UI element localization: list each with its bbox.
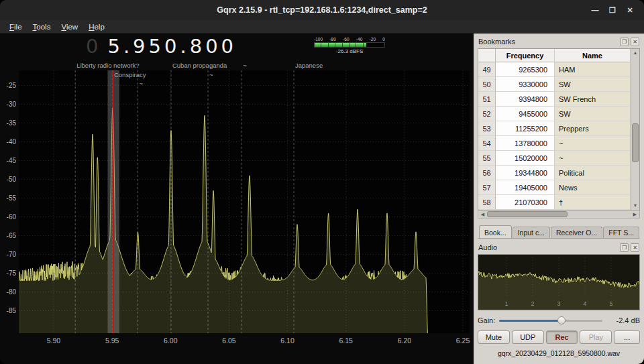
bookmarks-close-icon[interactable]: ✕ [631, 38, 639, 46]
bookmark-row[interactable]: 5821070300† [478, 195, 631, 210]
window-controls: — ❐ ✕ [586, 0, 639, 20]
bookmarks-col-name[interactable]: Name [555, 49, 631, 62]
menu-file[interactable]: File [4, 21, 28, 32]
x-axis-label: 6.20 [398, 337, 411, 345]
tab-book[interactable]: Book... [479, 225, 512, 238]
gain-slider-fill [499, 320, 561, 322]
bookmark-frequency: 9265300 [496, 62, 555, 77]
scroll-right-icon[interactable]: ▶ [631, 210, 639, 218]
bookmark-row-number: 49 [478, 62, 496, 77]
bookmark-tag[interactable]: ~ [243, 62, 247, 69]
bookmark-row[interactable]: 509330000SW [478, 77, 631, 92]
audio-buttons: MuteUDPRecPlay... [478, 330, 640, 344]
y-axis-label: -85 [0, 307, 16, 314]
spectrum-panel: 05.950.800 -100-80-60-40-200 -26.3 dBFS … [0, 34, 474, 364]
meter-scale-label: 0 [382, 37, 385, 42]
maximize-icon[interactable]: ❐ [604, 6, 621, 15]
y-axis-label: -55 [0, 194, 16, 202]
audio-float-icon[interactable]: ❐ [620, 243, 629, 252]
meter-fill [315, 43, 366, 47]
bookmark-name: ~ [555, 136, 631, 151]
bookmark-tag[interactable]: Liberty radio network? [76, 62, 139, 69]
audio-close-icon[interactable]: ✕ [631, 243, 639, 252]
tab-receivero[interactable]: Receiver O... [551, 227, 602, 238]
bookmark-row[interactable]: 5515020000~ [478, 151, 631, 166]
x-axis-label: 6.25 [456, 337, 470, 345]
bookmark-row[interactable]: 519394800SW French [478, 92, 631, 107]
bookmark-row-number: 51 [478, 92, 496, 107]
y-axis-label: -75 [0, 269, 16, 277]
bookmark-row[interactable]: 529455000SW [478, 107, 631, 121]
bookmark-tag[interactable]: ~ [209, 71, 213, 78]
bookmark-name: Preppers [555, 121, 631, 136]
bookmarks-col-frequency[interactable]: Frequency [496, 49, 555, 62]
more-button[interactable]: ... [614, 330, 640, 344]
bookmark-row[interactable]: 5311255200Preppers [478, 121, 631, 136]
y-axis-label: -40 [0, 138, 16, 145]
y-axis-label: -80 [0, 288, 16, 296]
y-axis-label: -25 [0, 82, 16, 89]
audio-spectrum: 12345 [478, 254, 640, 310]
bookmarks-table-header: Frequency Name [478, 49, 631, 62]
dock-tabs: Book...Input c...Receiver O...FFT S... [478, 224, 640, 239]
bookmark-row[interactable]: 5413780000~ [478, 136, 631, 151]
bookmark-tag[interactable]: Japanese [295, 62, 323, 69]
bookmark-row-number: 55 [478, 151, 496, 166]
signal-meter: -100-80-60-40-200 -26.3 dBFS [314, 37, 385, 54]
rec-button[interactable]: Rec [546, 330, 578, 344]
meter-scale: -100-80-60-40-200 [314, 37, 385, 42]
scroll-left-icon[interactable]: ◀ [478, 210, 487, 218]
vertical-scrollbar-thumb[interactable] [632, 123, 639, 162]
bookmark-tag[interactable]: Cuban propaganda [172, 62, 227, 69]
menu-view[interactable]: View [56, 21, 83, 32]
meter-scale-label: -80 [329, 37, 335, 42]
meter-scale-label: -40 [356, 37, 362, 42]
horizontal-scrollbar[interactable]: ◀ ▶ [478, 210, 640, 219]
horizontal-scrollbar-thumb[interactable] [487, 211, 568, 217]
bookmark-row-number: 58 [478, 195, 496, 210]
meter-scale-label: -100 [314, 37, 323, 42]
menu-tools[interactable]: Tools [28, 21, 56, 32]
bookmark-tag[interactable]: Conspiracy [114, 71, 146, 78]
mute-button[interactable]: Mute [478, 330, 510, 344]
meter-scale-label: -60 [343, 37, 349, 42]
minimize-icon[interactable]: — [586, 6, 604, 14]
x-axis-label: 6.05 [222, 337, 235, 345]
bookmark-name: SW [555, 107, 631, 121]
bookmark-row[interactable]: 499265300HAM [478, 62, 631, 77]
tab-inputc[interactable]: Input c... [513, 227, 550, 238]
bookmark-frequency: 9330000 [496, 77, 555, 92]
scroll-down-icon[interactable]: ▼ [631, 202, 639, 210]
vertical-scrollbar[interactable]: ▲ ▼ [631, 49, 639, 210]
control-panel: Bookmarks ❐ ✕ Frequency Name 499265300HA… [474, 34, 644, 364]
bookmark-tag[interactable]: ~ [139, 80, 143, 87]
gain-slider-handle[interactable] [557, 316, 566, 324]
gain-label: Gain: [478, 316, 495, 324]
udp-button[interactable]: UDP [512, 330, 544, 344]
y-axis-label: -70 [0, 251, 16, 258]
bookmark-row[interactable]: 5719405000News [478, 180, 631, 195]
x-axis-label: 6.15 [339, 337, 353, 345]
window-title: Gqrx 2.15.9 - rtl_tcp=192.168.1.6:1234,d… [217, 5, 427, 15]
x-axis-label: 5.95 [105, 337, 119, 345]
bookmark-row[interactable]: 5619344800Political [478, 166, 631, 180]
bookmark-row-number: 50 [478, 77, 496, 92]
bookmark-name: SW French [555, 92, 631, 107]
frequency-display[interactable]: 05.950.800 [86, 35, 237, 58]
gain-slider[interactable] [499, 316, 602, 325]
bookmark-name: HAM [555, 62, 631, 77]
bookmark-name: SW [555, 77, 631, 92]
bookmark-frequency: 11255200 [496, 121, 555, 136]
titlebar[interactable]: Gqrx 2.15.9 - rtl_tcp=192.168.1.6:1234,d… [0, 0, 644, 20]
bookmarks-float-icon[interactable]: ❐ [620, 38, 629, 46]
menu-help[interactable]: Help [83, 21, 110, 32]
audio-title: Audio [478, 243, 497, 251]
y-axis-label: -30 [0, 101, 16, 108]
bookmarks-table: Frequency Name 499265300HAM509330000SW51… [478, 48, 640, 210]
y-axis-label: -60 [0, 213, 16, 221]
close-icon[interactable]: ✕ [621, 6, 639, 15]
bookmark-row-number: 54 [478, 136, 496, 151]
spectrum-plot[interactable] [19, 70, 470, 333]
tab-ffts[interactable]: FFT S... [603, 227, 639, 238]
scroll-up-icon[interactable]: ▲ [631, 49, 639, 57]
